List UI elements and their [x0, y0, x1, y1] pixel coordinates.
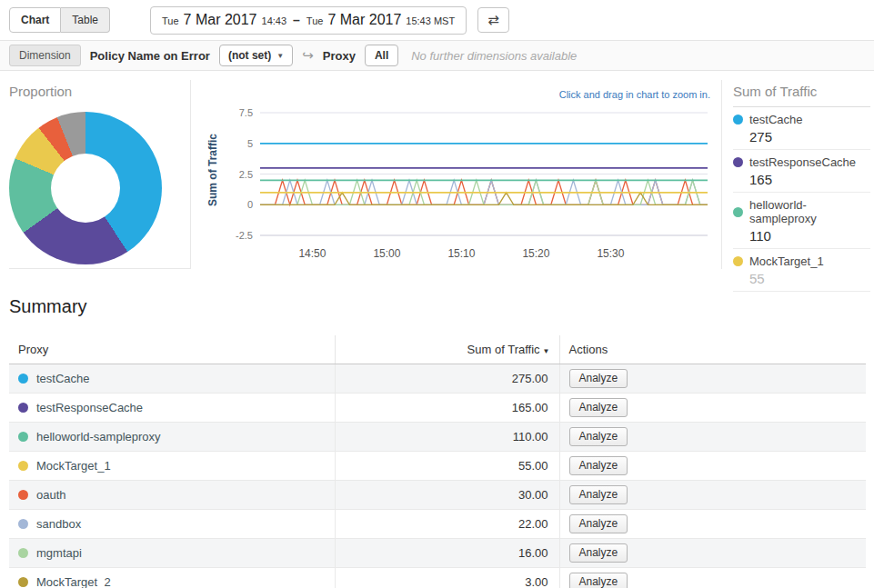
legend-swatch — [733, 115, 743, 125]
proxy-dimension-label: Proxy — [323, 49, 356, 63]
analyze-button[interactable]: Analyze — [569, 485, 628, 504]
legend-swatch — [733, 207, 743, 217]
summary-section: Summary Proxy Sum of Traffic▼ Actions te… — [0, 269, 874, 588]
x-tick-label: 15:00 — [373, 247, 400, 260]
top-toolbar: Chart Table Tue 7 Mar 2017 14:43 – Tue 7… — [0, 0, 874, 40]
analyze-button[interactable]: Analyze — [569, 369, 628, 388]
charts-panel: Proportion Click and drag in chart to zo… — [0, 71, 874, 269]
proxy-cell: sandbox — [9, 510, 335, 539]
dimension-value-dropdown[interactable]: (not set) ▼ — [219, 45, 293, 66]
legend-title: Sum of Traffic — [733, 84, 870, 107]
legend-item[interactable]: MockTarget_155 — [733, 249, 870, 292]
traffic-header-label: Sum of Traffic — [467, 343, 540, 356]
proportion-donut[interactable] — [9, 112, 162, 264]
table-row: testResponseCache165.00Analyze — [9, 394, 866, 423]
traffic-value-cell: 275.00 — [335, 364, 559, 394]
start-time: 14:43 — [262, 15, 287, 26]
traffic-value-cell: 110.00 — [335, 423, 559, 452]
dimension-chip: Dimension — [9, 45, 81, 66]
proxy-color-dot — [18, 548, 28, 558]
table-row: helloworld-sampleproxy110.00Analyze — [9, 423, 866, 452]
analyze-button[interactable]: Analyze — [569, 398, 628, 417]
legend-swatch — [733, 157, 743, 167]
legend-item[interactable]: testResponseCache165 — [733, 150, 870, 193]
line-chart-panel: Click and drag in chart to zoom in. Sum … — [191, 80, 721, 269]
end-day: Tue — [306, 15, 324, 26]
proportion-title: Proportion — [9, 80, 190, 101]
caret-down-icon: ▼ — [276, 52, 284, 60]
chart-tab[interactable]: Chart — [9, 7, 61, 33]
proxy-cell: MockTarget_1 — [9, 452, 335, 481]
actions-cell: Analyze — [559, 481, 866, 510]
legend-panel: Sum of Traffic testCache275testResponseC… — [721, 80, 874, 269]
refresh-button[interactable]: ⇄ — [477, 7, 509, 33]
analyze-button[interactable]: Analyze — [569, 543, 628, 563]
analyze-button[interactable]: Analyze — [569, 427, 628, 446]
table-row: mgmtapi16.00Analyze — [9, 539, 866, 568]
analyze-button[interactable]: Analyze — [569, 456, 628, 475]
legend-item-head: testResponseCache — [733, 155, 870, 169]
proxy-color-dot — [18, 461, 28, 471]
proxy-cell: testResponseCache — [9, 394, 335, 423]
analyze-button[interactable]: Analyze — [569, 514, 628, 533]
legend-value: 55 — [749, 271, 870, 286]
start-day: Tue — [162, 15, 179, 26]
legend-value: 275 — [749, 129, 870, 145]
actions-cell: Analyze — [559, 510, 866, 539]
proportion-panel: Proportion — [9, 80, 191, 269]
traffic-value-cell: 16.00 — [335, 539, 559, 568]
proxy-color-dot — [18, 432, 28, 442]
legend-label: helloworld-sampleproxy — [749, 198, 870, 225]
y-tick-label: 0 — [247, 199, 253, 210]
y-axis-label: Sum of Traffic — [206, 125, 219, 215]
legend-swatch — [733, 256, 743, 266]
proxy-cell: MockTarget_2 — [9, 568, 335, 588]
x-tick-label: 15:10 — [447, 247, 475, 260]
proxy-all-button[interactable]: All — [365, 45, 398, 66]
end-time: 15:43 MST — [406, 15, 455, 26]
zoom-hint: Click and drag in chart to zoom in. — [559, 89, 710, 100]
table-tab[interactable]: Table — [61, 7, 110, 33]
y-tick-label: -2.5 — [236, 230, 253, 241]
actions-cell: Analyze — [559, 539, 866, 568]
y-tick-label: 2.5 — [239, 169, 253, 180]
legend-item-head: testCache — [733, 113, 870, 126]
table-row: testCache275.00Analyze — [9, 364, 866, 394]
table-row: MockTarget_155.00Analyze — [9, 452, 866, 481]
table-row: MockTarget_23.00Analyze — [9, 568, 866, 588]
actions-cell: Analyze — [559, 568, 866, 588]
legend-label: MockTarget_1 — [749, 254, 824, 268]
sort-desc-icon: ▼ — [543, 347, 550, 355]
view-toggle: Chart Table — [9, 7, 110, 33]
proxy-cell: testCache — [9, 364, 335, 394]
actions-cell: Analyze — [559, 452, 866, 481]
traffic-value-cell: 55.00 — [335, 452, 559, 481]
x-tick-label: 14:50 — [298, 247, 326, 260]
proxy-cell: mgmtapi — [9, 539, 335, 568]
date-range-picker[interactable]: Tue 7 Mar 2017 14:43 – Tue 7 Mar 2017 15… — [150, 6, 467, 35]
legend-value: 165 — [749, 172, 870, 187]
analyze-button[interactable]: Analyze — [569, 573, 628, 588]
proxy-cell: helloworld-sampleproxy — [9, 423, 335, 452]
table-row: oauth30.00Analyze — [9, 481, 866, 510]
start-date: 7 Mar 2017 — [184, 12, 257, 28]
dimension-value: (not set) — [228, 49, 271, 62]
y-tick-label: 7.5 — [239, 107, 253, 118]
traffic-value-cell: 165.00 — [335, 394, 559, 423]
drill-arrow-icon: ↪ — [302, 47, 314, 64]
summary-table-body: testCache275.00AnalyzetestResponseCache1… — [9, 364, 866, 588]
table-row: sandbox22.00Analyze — [9, 510, 866, 539]
range-separator: – — [291, 13, 302, 27]
col-header-traffic[interactable]: Sum of Traffic▼ — [335, 335, 559, 364]
x-tick-label: 15:30 — [597, 247, 624, 260]
proxy-color-dot — [18, 490, 28, 500]
legend-value: 110 — [749, 228, 870, 244]
proxy-cell: oauth — [9, 481, 335, 510]
traffic-line-chart[interactable]: 7.552.50-2.514:5015:0015:1015:2015:30 — [224, 104, 715, 265]
legend-item[interactable]: testCache275 — [733, 107, 870, 150]
col-header-proxy: Proxy — [9, 335, 335, 364]
proxy-color-dot — [18, 577, 28, 587]
legend-item[interactable]: helloworld-sampleproxy110 — [733, 193, 870, 249]
proxy-color-dot — [18, 374, 28, 384]
no-dimensions-note: No further dimensions available — [411, 49, 577, 63]
